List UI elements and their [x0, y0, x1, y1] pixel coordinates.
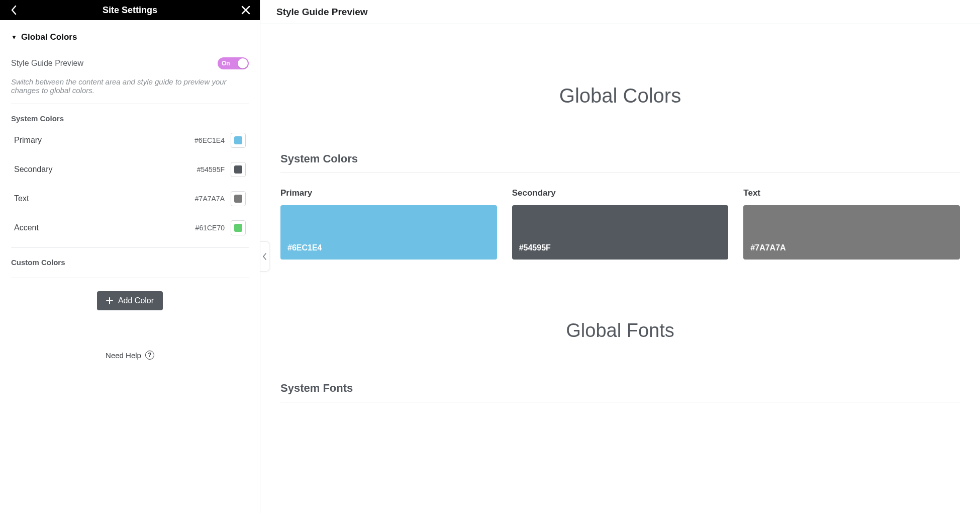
preview-body: Global Colors System Colors Primary #6EC…: [260, 24, 980, 433]
color-card-swatch: #7A7A7A: [743, 205, 960, 260]
system-colors-heading: System Colors: [280, 152, 960, 173]
help-icon: ?: [145, 351, 154, 360]
color-card-title: Text: [743, 188, 960, 198]
color-swatch-button[interactable]: [231, 220, 246, 235]
toggle-label: Style Guide Preview: [11, 59, 83, 68]
color-card-title: Primary: [280, 188, 497, 198]
color-hex: #6EC1E4: [194, 136, 225, 144]
need-help-link[interactable]: Need Help ?: [106, 351, 154, 360]
toggle-state-text: On: [222, 60, 230, 67]
close-button[interactable]: [235, 0, 257, 20]
color-card-hex: #7A7A7A: [750, 243, 786, 252]
color-row-accent[interactable]: Accent #61CE70: [11, 213, 249, 242]
divider: [11, 278, 249, 278]
preview-title: Style Guide Preview: [276, 7, 368, 18]
color-card-hex: #54595F: [519, 243, 551, 252]
color-card-text: Text #7A7A7A: [743, 188, 960, 260]
custom-colors-heading: Custom Colors: [11, 258, 249, 267]
color-hex: #54595F: [197, 165, 225, 174]
panel-body: ▼ Global Colors Style Guide Preview On S…: [0, 20, 260, 372]
panel-collapse-handle[interactable]: [260, 241, 269, 272]
color-swatch-icon: [234, 165, 242, 174]
color-card-secondary: Secondary #54595F: [512, 188, 729, 260]
color-swatch-icon: [234, 136, 242, 144]
preview-area: Style Guide Preview Global Colors System…: [260, 0, 980, 513]
color-cards: Primary #6EC1E4 Secondary #54595F Text #…: [280, 188, 960, 260]
add-color-label: Add Color: [118, 296, 154, 305]
system-colors-heading: System Colors: [11, 114, 249, 123]
color-hex: #61CE70: [195, 224, 225, 232]
app-root: Site Settings ▼ Global Colors Style Guid…: [0, 0, 980, 513]
color-hex: #7A7A7A: [195, 195, 225, 203]
toggle-knob: [238, 58, 248, 68]
color-name: Text: [14, 194, 29, 203]
color-swatch-button[interactable]: [231, 133, 246, 148]
caret-down-icon: ▼: [11, 34, 17, 41]
divider: [11, 247, 249, 248]
style-guide-preview-toggle[interactable]: On: [218, 57, 249, 69]
color-card-swatch: #6EC1E4: [280, 205, 497, 260]
section-title: Global Colors: [21, 32, 77, 42]
color-swatch-icon: [234, 224, 242, 232]
close-icon: [241, 6, 250, 15]
chevron-left-icon: [263, 253, 267, 260]
color-row-secondary[interactable]: Secondary #54595F: [11, 155, 249, 184]
color-name: Secondary: [14, 165, 53, 174]
panel-title: Site Settings: [103, 5, 157, 16]
color-swatch-button[interactable]: [231, 162, 246, 177]
color-swatch-button[interactable]: [231, 191, 246, 206]
chevron-left-icon: [11, 5, 18, 15]
color-card-primary: Primary #6EC1E4: [280, 188, 497, 260]
color-row-primary[interactable]: Primary #6EC1E4: [11, 126, 249, 155]
color-swatch-icon: [234, 195, 242, 203]
color-card-title: Secondary: [512, 188, 729, 198]
system-fonts-heading: System Fonts: [280, 382, 960, 402]
section-global-colors-toggle[interactable]: ▼ Global Colors: [11, 28, 249, 48]
global-fonts-heading: Global Fonts: [280, 320, 960, 341]
color-name: Accent: [14, 223, 39, 232]
add-color-button[interactable]: Add Color: [97, 291, 163, 310]
global-colors-heading: Global Colors: [280, 84, 960, 107]
system-colors-list: Primary #6EC1E4 Secondary #54595F Text: [11, 126, 249, 242]
color-card-swatch: #54595F: [512, 205, 729, 260]
style-guide-preview-row: Style Guide Preview On: [11, 57, 249, 69]
back-button[interactable]: [3, 0, 25, 20]
preview-header: Style Guide Preview: [260, 0, 980, 24]
plus-icon: [106, 297, 113, 304]
need-help-label: Need Help: [106, 351, 141, 360]
section-description: Switch between the content area and styl…: [11, 77, 249, 104]
color-name: Primary: [14, 136, 42, 145]
settings-panel: Site Settings ▼ Global Colors Style Guid…: [0, 0, 260, 513]
color-row-text[interactable]: Text #7A7A7A: [11, 184, 249, 213]
panel-header: Site Settings: [0, 0, 260, 20]
color-card-hex: #6EC1E4: [287, 243, 322, 252]
